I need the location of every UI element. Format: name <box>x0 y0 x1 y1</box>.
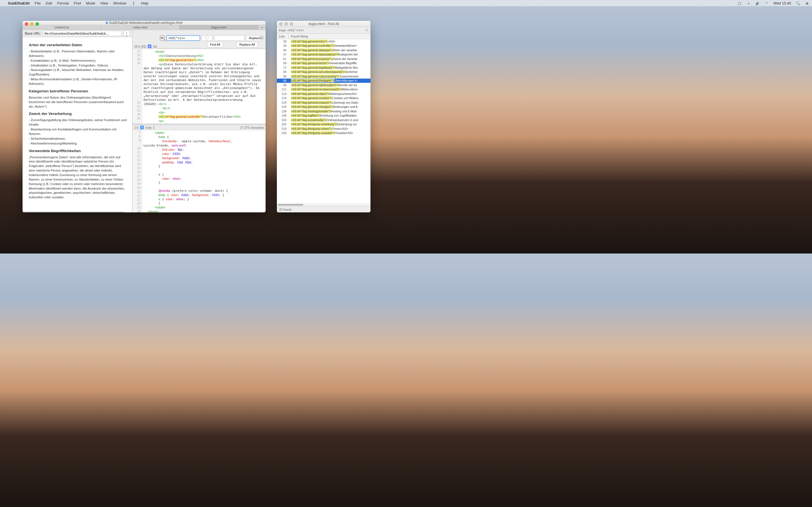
editor-window: SubEthaEdit-Website/subethaedit.net/dsgv… <box>22 21 266 212</box>
tab-untitled[interactable]: Untitled.txt <box>22 25 101 30</box>
col-found[interactable]: Found String <box>289 34 370 39</box>
menubar: SubEthaEdit File Edit Format Find Mode V… <box>0 0 406 6</box>
window-title: SubEthaEdit-Website/subethaedit.net/dsgv… <box>109 21 183 25</box>
find-close-button[interactable]: ✕ <box>259 36 263 40</box>
find-result-row[interactable]: 84<h3 id="dsg-general-securitymeasures">… <box>277 70 370 74</box>
section-badge-h[interactable]: H <box>148 45 151 48</box>
menu-mode[interactable]: Mode <box>86 1 95 5</box>
find-result-row[interactable]: 40<h3 id="dsg-general-datatype">Arten de… <box>277 48 370 52</box>
menu-find[interactable]: Find <box>74 1 81 5</box>
section-badge-t[interactable]: T <box>140 126 144 129</box>
preview-pane: Base URL: ▲▼ Arten der verarbeiteten Dat… <box>22 30 133 212</box>
find-result-row[interactable]: 114<h3 id="dsg-general-object">Widerspru… <box>277 92 370 96</box>
find-result-row[interactable]: 99<h3 id="dsg-general-rightssubject">Rec… <box>277 83 370 87</box>
regex-icon[interactable]: RE <box>160 35 165 41</box>
find-result-row[interactable]: 118<h3 id="dsg-general-cookies">Cookies … <box>277 96 370 101</box>
cursor-position: 28:6 (20) <box>134 45 146 48</box>
replace-input[interactable] <box>214 35 245 41</box>
editor-column: 28:6 (20) H Datenschutzerklärung ▲▼ 27.2… <box>133 30 266 212</box>
symbol-popup-lower[interactable]: body ▲▼ <box>146 126 155 129</box>
find-result-row[interactable]: 129<h3 id="dsg-general-erasure">Löschung… <box>277 100 370 105</box>
lower-code-editor[interactable]: 789 1011121314151617181920212223242526 <… <box>133 130 266 212</box>
menu-format[interactable]: Format <box>57 1 69 5</box>
find-zoom[interactable] <box>290 22 293 25</box>
find-result-row[interactable]: 96<h3 id="dsg-general-thirdparty">Übermi… <box>277 78 370 83</box>
find-prev-next: 〈 〉 <box>202 35 213 41</box>
cursor-position-lower: 1:0 <box>134 126 139 129</box>
find-pattern-display: Find: <h3[^>]+> ↻ <box>277 27 370 34</box>
find-result-row[interactable]: 146<h3 id="dsg-logfiles">Erhebung von Zu… <box>277 114 370 118</box>
lower-gutter: 789 1011121314151617181920212223242526 <box>133 130 142 212</box>
char-count-lower: 27.275 characters <box>240 126 264 129</box>
upper-gutter: 27282930 3132333435 36 <box>133 49 142 124</box>
menu-view[interactable]: View <box>100 1 108 5</box>
find-results-list[interactable]: 29<h3 id="dsg-general-intro"></h3>33<h3 … <box>277 39 370 203</box>
replace-all-button[interactable]: Replace All <box>236 42 258 47</box>
titlebar[interactable]: SubEthaEdit-Website/subethaedit.net/dsgv… <box>22 21 266 25</box>
document-proxy-icon[interactable] <box>106 22 108 24</box>
find-result-row[interactable]: 51<h3 id="dsg-general-purpose">Zweck der… <box>277 57 370 61</box>
find-result-row[interactable]: 47<h3 id="dsg-general-datasubjects">Kate… <box>277 52 370 57</box>
lower-code-text[interactable]: <style> body { font-family: -apple-syste… <box>142 130 266 212</box>
lower-editor-status: 1:0 T body ▲▼ 27.275 characters <box>133 125 266 130</box>
menu-edit[interactable]: Edit <box>46 1 52 5</box>
zoom-button[interactable] <box>36 22 39 25</box>
new-tab-button[interactable]: + <box>258 25 266 30</box>
base-url-bar: Base URL: ▲▼ <box>22 30 132 37</box>
minimize-button[interactable] <box>30 22 34 25</box>
preview-h-categories: Kategorien betroffener Personen <box>29 89 127 93</box>
preview-h-scrollbar[interactable] <box>23 212 125 212</box>
find-input[interactable] <box>166 35 200 41</box>
scripts-menu-icon[interactable]: ⟆ <box>132 1 136 5</box>
find-column-headers: Line Found String <box>277 34 370 39</box>
menu-window[interactable]: Window <box>113 1 126 5</box>
find-result-row[interactable]: 29<h3 id="dsg-general-intro"></h3> <box>277 39 370 44</box>
tab-index[interactable]: index.html <box>101 25 180 30</box>
col-line[interactable]: Line <box>277 34 289 39</box>
upper-code-text[interactable]: <body> <h2>Datenschutzerklärung</h2> <h3… <box>142 49 266 124</box>
find-all-window: dsgvo.html - Find All Find: <h3[^>]+> ↻ … <box>277 21 370 212</box>
find-result-row[interactable]: 134<h3 id="dsg-general-changes">Änderung… <box>277 105 370 109</box>
menu-help[interactable]: Help <box>141 1 149 5</box>
find-result-row[interactable]: 90<h3 id="dsg-general-coprocessing">Zusa… <box>277 74 370 78</box>
find-result-row[interactable]: 72<h3 id="dsg-general-legalbasis">Maßgeb… <box>277 65 370 70</box>
tab-dsgvo[interactable]: dsgvo.html <box>180 25 258 30</box>
find-close-window[interactable] <box>279 22 283 25</box>
find-footer: 22 found. <box>277 206 370 212</box>
find-result-row[interactable]: 154<h3 id="dsg-socialmedia">Onlinepräsen… <box>277 118 370 122</box>
preview-h-terms: Verwendete Begrifflichkeiten <box>29 149 127 153</box>
find-prev-button[interactable]: 〈 <box>202 36 207 41</box>
find-result-row[interactable]: 138<h3 id="dsg-hostingprovider">Hosting … <box>277 109 370 114</box>
find-titlebar[interactable]: dsgvo.html - Find All <box>277 21 370 27</box>
find-minimize[interactable] <box>285 22 288 25</box>
upper-code-editor[interactable]: 27282930 3132333435 36 <body> <h2>Datens… <box>133 49 266 124</box>
tab-bar: Untitled.txt index.html dsgvo.html + <box>22 25 266 30</box>
find-result-row[interactable]: 33<h3 id="dsg-general-controller">Verant… <box>277 44 370 48</box>
menu-file[interactable]: File <box>35 1 41 5</box>
base-url-label: Base URL: <box>25 32 41 36</box>
reload-icon[interactable]: ↻ <box>366 29 368 32</box>
traffic-lights <box>25 22 39 25</box>
find-result-row[interactable]: 202<h3 id="dsg-thirdparty-einleitung">Ei… <box>277 122 370 127</box>
find-result-row[interactable]: 58<h3 id="dsg-general-terms">Verwendete … <box>277 61 370 66</box>
base-url-stepper[interactable]: ▲▼ <box>123 31 130 36</box>
find-next-button[interactable]: 〉 <box>207 36 212 41</box>
base-url-input[interactable] <box>43 31 122 36</box>
find-result-row[interactable]: 111<h3 id="dsg-general-revokeconsent">Wi… <box>277 87 370 92</box>
find-traffic-lights <box>279 22 293 25</box>
find-bar: RE 〈 〉 Replace Find All Replace All ✕ <box>157 34 265 48</box>
preview-h-purpose: Zweck der Verarbeitung <box>29 112 127 116</box>
close-button[interactable] <box>25 22 28 25</box>
preview-h-datatypes: Arten der verarbeiteten Daten <box>29 43 127 47</box>
find-all-button[interactable]: Find All <box>207 42 223 47</box>
find-window-title: dsgvo.html - Find All <box>308 22 339 26</box>
find-result-row[interactable]: 220<h3 id="dsg-thirdparty-youtube">Youtu… <box>277 131 370 135</box>
app-name[interactable]: SubEthaEdit <box>8 1 30 5</box>
find-h-scrollbar[interactable] <box>277 203 370 206</box>
find-result-row[interactable]: 210<h3 id="dsg-thirdparty-vimeo">Vimeo</… <box>277 126 370 131</box>
